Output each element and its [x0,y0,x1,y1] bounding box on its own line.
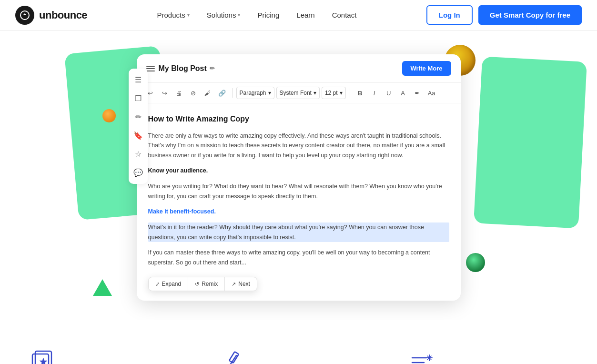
toolbar-separator-2 [350,88,350,98]
nav-contact[interactable]: Contact [325,7,364,23]
doc-title: My Blog Post ✏ [159,64,215,73]
nav-links: Products ▾ Solutions ▾ Pricing Learn Con… [151,7,364,23]
logo[interactable]: unbounce [15,6,87,25]
editor-card: My Blog Post ✏ Write More ↩ ↪ 🖨 ⊘ 🖌 🔗 Pa… [137,54,461,301]
format-paint-button[interactable]: 🖌 [202,87,214,99]
text-color-button[interactable]: A [397,87,409,99]
font-size-select[interactable]: 12 pt ▾ [322,87,346,99]
print-button[interactable]: 🖨 [173,87,185,99]
editor-para-4: If you can master these three ways to wr… [148,248,449,267]
step-1: 1. Pick a template Choose from dozens of… [29,348,190,364]
logo-icon [19,10,30,21]
remix-button[interactable]: ↺ Remix [188,277,225,291]
steps-section: 1. Pick a template Choose from dozens of… [0,320,597,364]
write-more-button[interactable]: Write More [402,61,451,76]
navbar: unbounce Products ▾ Solutions ▾ Pricing … [0,0,597,30]
editor-heading: How to Write Amazing Copy [148,113,449,125]
editor-para-2: Who are you writing for? What do they wa… [148,182,449,201]
deco-green-right [474,56,587,228]
sidebar-chat-icon[interactable]: 💬 [133,168,143,177]
deco-triangle [93,279,112,296]
editor-sidebar: ☰ ❐ ✏ 🔖 ☆ 💬 [129,69,148,184]
chevron-down-icon: ▾ [314,90,316,96]
editor-subheading-2: Make it benefit-focused. [148,207,449,217]
chevron-down-icon: ▾ [268,90,271,96]
step-3-icon [407,348,436,364]
svg-rect-6 [229,352,239,363]
hero-section: ☰ ❐ ✏ 🔖 ☆ 💬 My Blog Post ✏ [0,30,597,320]
editor-para-1: There are only a few ways to write amazi… [148,131,449,161]
step-2-icon [218,348,247,364]
edit-title-icon[interactable]: ✏ [210,65,215,72]
text-style-button[interactable]: Aa [425,87,438,99]
bold-button[interactable]: B [354,87,366,99]
font-select[interactable]: System Font ▾ [276,87,320,99]
step-1-icon [29,348,57,364]
expand-icon: ⤢ [155,281,160,287]
chevron-down-icon: ▾ [238,12,240,18]
deco-circle-orange [102,109,116,122]
sidebar-edit-icon[interactable]: ✏ [133,112,143,121]
link-button[interactable]: 🔗 [216,87,228,99]
logo-mark [15,6,34,25]
highlight-button[interactable]: ✒ [411,87,424,99]
underline-button[interactable]: U [383,87,395,99]
sidebar-menu-icon[interactable]: ☰ [133,75,143,84]
nav-products[interactable]: Products ▾ [151,7,196,23]
sidebar-star-icon[interactable]: ☆ [133,150,143,159]
chevron-down-icon: ▾ [187,12,190,18]
next-icon: ↗ [232,281,236,287]
redo-button[interactable]: ↪ [159,87,171,99]
paragraph-select[interactable]: Paragraph ▾ [236,87,274,99]
nav-learn[interactable]: Learn [290,7,321,23]
format-clear-button[interactable]: ⊘ [187,87,200,99]
context-menu: ⤢ Expand ↺ Remix ↗ Next [148,277,257,291]
cta-button[interactable]: Get Smart Copy for free [478,5,582,25]
nav-actions: Log In Get Smart Copy for free [426,5,582,25]
svg-marker-3 [40,358,47,364]
nav-solutions[interactable]: Solutions ▾ [200,7,247,23]
sidebar-toggle-icon[interactable] [146,66,155,71]
editor-title-left: My Blog Post ✏ [146,64,215,73]
remix-icon: ↺ [195,281,199,287]
sidebar-bookmark-icon[interactable]: 🔖 [133,131,143,140]
sidebar-layers-icon[interactable]: ❐ [133,94,143,103]
editor-para-3: What's in it for the reader? Why should … [148,222,449,242]
editor-subheading-1: Know your audience. [148,166,449,176]
expand-button[interactable]: ⤢ Expand [149,277,189,291]
step-3: 3. Get your results Instantly get multip… [407,348,568,364]
chevron-down-icon: ▾ [340,90,343,96]
login-button[interactable]: Log In [426,5,473,25]
italic-button[interactable]: I [368,87,381,99]
toolbar-separator [232,88,233,98]
step-2: 2. Add some context Tell us what you're … [218,348,379,364]
nav-pricing[interactable]: Pricing [251,7,286,23]
next-button[interactable]: ↗ Next [225,277,257,291]
editor-titlebar: My Blog Post ✏ Write More [137,54,461,83]
logo-text: unbounce [39,9,87,21]
editor-toolbar: ↩ ↪ 🖨 ⊘ 🖌 🔗 Paragraph ▾ System Font ▾ 12… [137,83,461,103]
editor-body[interactable]: How to Write Amazing Copy There are only… [137,103,461,301]
